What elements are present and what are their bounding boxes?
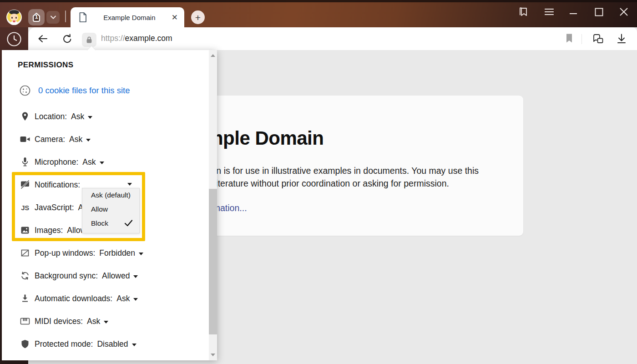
url-text[interactable]: https://example.com [101, 34, 172, 43]
downloads-icon[interactable] [616, 33, 627, 46]
camera-icon [20, 136, 30, 143]
shield-icon [20, 339, 30, 349]
bookmark-icon[interactable] [565, 33, 573, 45]
images-icon [20, 226, 30, 235]
scroll-up-icon[interactable] [211, 54, 215, 57]
toolbar-divider [581, 34, 582, 44]
reload-icon[interactable] [62, 33, 73, 46]
background-sync-icon [20, 271, 30, 280]
checkmark-icon [124, 219, 133, 229]
page-paragraph-line2: domain in literature without prior coord… [173, 177, 487, 190]
minimize-icon[interactable] [567, 5, 580, 18]
dropdown-caret-icon[interactable] [127, 183, 132, 186]
close-window-icon[interactable] [617, 5, 630, 18]
tab-count: 1 [28, 13, 45, 20]
tab-strip-divider [65, 10, 66, 22]
cookie-icon [19, 85, 31, 96]
maximize-icon[interactable] [592, 5, 605, 18]
tab-title: Example Domain [87, 14, 172, 21]
notifications-dropdown-menu: Ask (default) Allow Block [82, 188, 140, 233]
permission-row-midi[interactable]: MIDI devices: Ask [2, 310, 202, 333]
url-host: example.com [125, 34, 172, 43]
javascript-icon: JS [20, 204, 30, 212]
dropdown-caret-icon[interactable] [88, 116, 92, 119]
permission-row-protected-mode[interactable]: Protected mode: Disabled [2, 333, 202, 355]
permission-row-auto-downloads[interactable]: Automatic downloads: Ask [2, 287, 202, 310]
permission-row-microphone[interactable]: Microphone: Ask [2, 151, 202, 173]
page-heading: Example Domain [173, 127, 487, 149]
menu-icon[interactable] [543, 5, 556, 18]
page-paragraph-line1: This domain is for use in illustrative e… [173, 164, 487, 177]
dropdown-caret-icon[interactable] [133, 275, 138, 278]
tab-close-icon[interactable]: ✕ [172, 14, 178, 21]
dropdown-caret-icon[interactable] [86, 139, 91, 142]
menu-item-block[interactable]: Block [82, 217, 139, 231]
panel-scrollbar[interactable] [209, 50, 217, 360]
side-panel-bookmarks-icon[interactable] [517, 5, 530, 18]
menu-item-ask-default[interactable]: Ask (default) [82, 188, 139, 202]
cookie-files-link[interactable]: 0 cookie files for this site [38, 86, 130, 96]
url-scheme: https:// [101, 34, 125, 43]
dropdown-caret-icon[interactable] [104, 321, 108, 324]
location-icon [20, 111, 30, 121]
lock-icon [86, 36, 93, 44]
browser-tab[interactable]: Example Domain ✕ [71, 7, 184, 27]
dropdown-caret-icon[interactable] [100, 162, 104, 164]
midi-icon [20, 317, 30, 325]
address-bar: https://example.com [28, 27, 637, 50]
profile-avatar[interactable] [6, 10, 22, 25]
notifications-muted-icon [20, 180, 30, 189]
permission-row-camera[interactable]: Camera: Ask [2, 128, 202, 151]
microphone-icon [20, 157, 30, 167]
tab-list-dropdown[interactable] [46, 11, 60, 24]
chevron-down-icon [51, 15, 56, 19]
tab-counter-button[interactable]: 1 [28, 9, 45, 25]
popup-window-icon [20, 248, 30, 258]
cookie-files-row[interactable]: 0 cookie files for this site [19, 85, 130, 96]
new-tab-button[interactable]: + [191, 10, 205, 24]
dropdown-caret-icon[interactable] [139, 253, 143, 255]
site-security-button[interactable] [82, 33, 96, 47]
permission-row-popups[interactable]: Pop-up windows: Forbidden [2, 242, 202, 264]
download-icon [20, 294, 30, 303]
panel-title: PERMISSIONS [18, 61, 73, 70]
back-icon[interactable] [37, 33, 48, 46]
permission-row-location[interactable]: Location: Ask [2, 105, 202, 128]
extensions-icon[interactable] [592, 33, 604, 47]
dropdown-caret-icon[interactable] [132, 344, 136, 346]
scroll-down-icon[interactable] [211, 354, 215, 356]
dropdown-caret-icon[interactable] [133, 298, 138, 301]
history-icon[interactable] [6, 31, 22, 49]
browser-top-bar: 1 Example Domain ✕ + [0, 0, 637, 27]
window-top-edge [0, 0, 637, 2]
browser-window: 1 Example Domain ✕ + [0, 0, 637, 364]
menu-item-allow[interactable]: Allow [82, 202, 139, 217]
permission-row-background-sync[interactable]: Background sync: Allowed [2, 264, 202, 287]
permissions-panel: PERMISSIONS 0 cookie files for this site… [2, 50, 217, 360]
page-icon [78, 12, 87, 23]
scrollbar-thumb[interactable] [209, 189, 217, 334]
